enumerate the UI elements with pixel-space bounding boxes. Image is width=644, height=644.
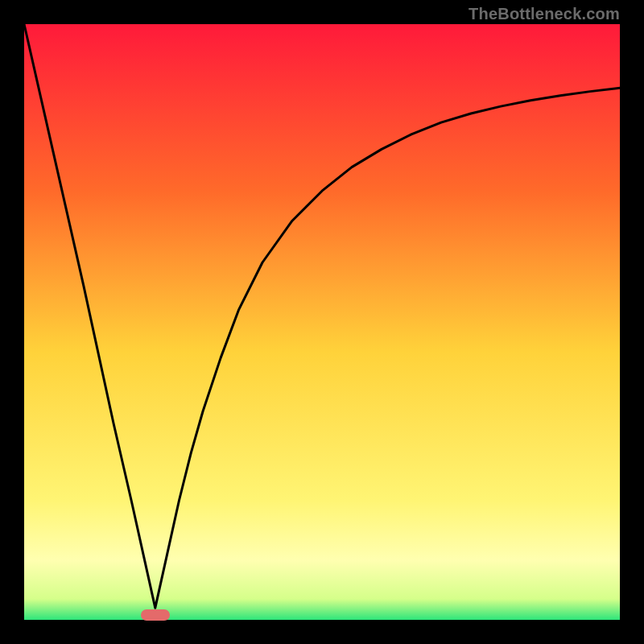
optimal-marker bbox=[141, 609, 170, 621]
watermark-text: TheBottleneck.com bbox=[469, 5, 620, 23]
gradient-background bbox=[24, 24, 620, 620]
chart-frame: TheBottleneck.com bbox=[0, 0, 644, 644]
plot-area bbox=[24, 24, 620, 620]
svg-rect-0 bbox=[24, 24, 620, 620]
